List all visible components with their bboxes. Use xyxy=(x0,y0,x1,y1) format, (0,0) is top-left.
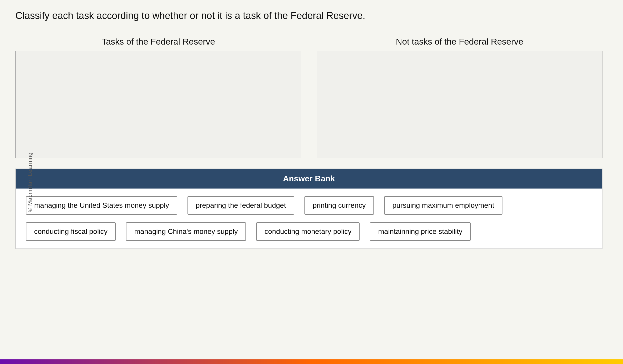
answer-bank-header: Answer Bank xyxy=(16,169,602,189)
answer-item-item2[interactable]: preparing the federal budget xyxy=(187,196,294,215)
instruction-text: Classify each task according to whether … xyxy=(15,10,602,21)
answer-bank-section: Answer Bank managing the United States m… xyxy=(15,169,602,249)
tasks-zone-title: Tasks of the Federal Reserve xyxy=(15,37,301,47)
answer-item-item1[interactable]: managing the United States money supply xyxy=(26,196,177,215)
not-tasks-drop-zone[interactable] xyxy=(317,51,603,158)
not-tasks-zone-title: Not tasks of the Federal Reserve xyxy=(317,37,603,47)
answer-item-item7[interactable]: conducting monetary policy xyxy=(256,222,360,241)
drop-zones-container: Tasks of the Federal Reserve Not tasks o… xyxy=(15,37,602,158)
main-container: Classify each task according to whether … xyxy=(0,0,623,259)
tasks-drop-zone[interactable] xyxy=(15,51,301,158)
answer-bank-items: managing the United States money supplyp… xyxy=(16,189,602,248)
answer-item-item8[interactable]: maintainning price stability xyxy=(370,222,470,241)
tasks-zone-wrapper: Tasks of the Federal Reserve xyxy=(15,37,301,158)
answer-item-item5[interactable]: conducting fiscal policy xyxy=(26,222,116,241)
bottom-bar xyxy=(0,359,623,364)
not-tasks-zone-wrapper: Not tasks of the Federal Reserve xyxy=(317,37,603,158)
answer-item-item3[interactable]: printing currency xyxy=(304,196,374,215)
watermark: © Macmillan Learning xyxy=(27,152,33,212)
answer-item-item4[interactable]: pursuing maximum employment xyxy=(384,196,502,215)
answer-item-item6[interactable]: managing China's money supply xyxy=(126,222,246,241)
